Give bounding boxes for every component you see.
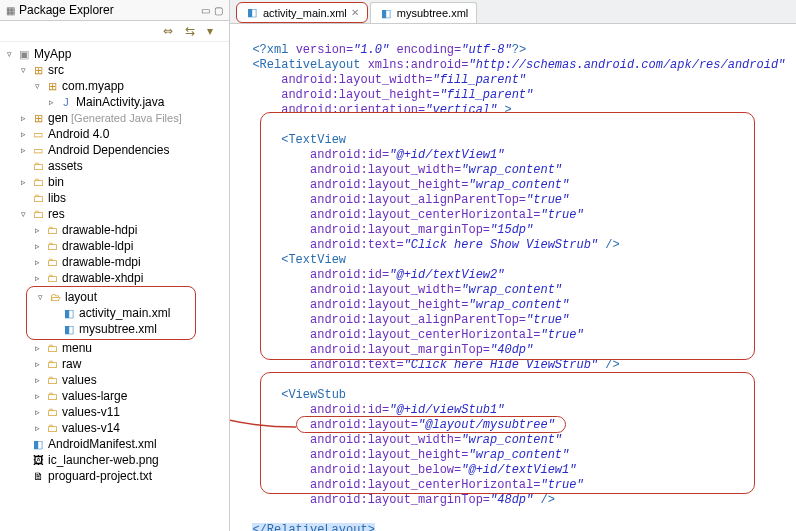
folder-icon: 🗁: [48, 291, 62, 303]
proguard-file[interactable]: proguard-project.txt: [48, 469, 152, 483]
android-deps[interactable]: Android Dependencies: [48, 143, 169, 157]
gen-folder[interactable]: gen: [48, 111, 68, 125]
folder-icon: 🗀: [45, 240, 59, 252]
android-lib[interactable]: Android 4.0: [48, 127, 109, 141]
lib-icon: ▭: [31, 128, 45, 140]
xml-file-icon: ◧: [62, 323, 76, 335]
folder-icon: 🗀: [45, 358, 59, 370]
drawable-xhdpi[interactable]: drawable-xhdpi: [62, 271, 143, 285]
folder-icon: 🗀: [45, 272, 59, 284]
package-explorer-title: Package Explorer: [19, 3, 114, 17]
project-tree[interactable]: ▿▣MyApp ▿⊞src ▿⊞com.myapp ▹JMainActivity…: [0, 42, 229, 531]
xml-file-icon: ◧: [62, 307, 76, 319]
layout-folder-highlight: ▿🗁layout ◧activity_main.xml ◧mysubtree.x…: [26, 286, 196, 340]
folder-icon: 🗀: [45, 342, 59, 354]
editor-area: ◧ activity_main.xml ✕ ◧ mysubtree.xml <?…: [230, 0, 796, 531]
folder-icon: 🗀: [45, 390, 59, 402]
tab-mysubtree[interactable]: ◧ mysubtree.xml: [370, 2, 478, 23]
project-icon: ▣: [17, 48, 31, 60]
values-v14[interactable]: values-v14: [62, 421, 120, 435]
deps-icon: ▭: [31, 144, 45, 156]
drawable-hdpi[interactable]: drawable-hdpi: [62, 223, 137, 237]
tab-label: mysubtree.xml: [397, 7, 469, 19]
src-folder-icon: ⊞: [31, 64, 45, 76]
folder-icon: 🗀: [31, 192, 45, 204]
mysubtree-xml[interactable]: mysubtree.xml: [79, 322, 157, 336]
package-explorer-toolbar: ⇔ ⇆ ▾: [0, 21, 229, 42]
folder-icon: 🗀: [31, 176, 45, 188]
collapse-all-icon[interactable]: ⇔: [163, 24, 177, 38]
folder-icon: 🗀: [31, 208, 45, 220]
folder-icon: 🗀: [31, 160, 45, 172]
maximize-icon[interactable]: ▢: [214, 5, 223, 16]
manifest-file[interactable]: AndroidManifest.xml: [48, 437, 157, 451]
link-editor-icon[interactable]: ⇆: [185, 24, 199, 38]
close-icon[interactable]: ✕: [351, 7, 359, 18]
values-folder[interactable]: values: [62, 373, 97, 387]
assets-folder[interactable]: assets: [48, 159, 83, 173]
gen-note: [Generated Java Files]: [71, 112, 182, 124]
drawable-mdpi[interactable]: drawable-mdpi: [62, 255, 141, 269]
values-v11[interactable]: values-v11: [62, 405, 120, 419]
libs-folder[interactable]: libs: [48, 191, 66, 205]
folder-icon: 🗀: [45, 374, 59, 386]
menu-folder[interactable]: menu: [62, 341, 92, 355]
layout-folder[interactable]: layout: [65, 290, 97, 304]
values-large[interactable]: values-large: [62, 389, 127, 403]
src-folder[interactable]: src: [48, 63, 64, 77]
project-name[interactable]: MyApp: [34, 47, 71, 61]
gen-folder-icon: ⊞: [31, 112, 45, 124]
xml-editor[interactable]: <?xml version="1.0" encoding="utf-8"?> <…: [230, 24, 796, 531]
activity-main-xml[interactable]: activity_main.xml: [79, 306, 170, 320]
package-icon: ⊞: [45, 80, 59, 92]
bin-folder[interactable]: bin: [48, 175, 64, 189]
folder-icon: 🗀: [45, 406, 59, 418]
package-explorer-panel: ▦ Package Explorer ▭ ▢ ⇔ ⇆ ▾ ▿▣MyApp ▿⊞s…: [0, 0, 230, 531]
package-name[interactable]: com.myapp: [62, 79, 124, 93]
folder-icon: 🗀: [45, 422, 59, 434]
package-explorer-header: ▦ Package Explorer ▭ ▢: [0, 0, 229, 21]
drawable-ldpi[interactable]: drawable-ldpi: [62, 239, 133, 253]
xml-file-icon: ◧: [245, 7, 259, 19]
folder-icon: 🗀: [45, 224, 59, 236]
java-file[interactable]: MainActivity.java: [76, 95, 164, 109]
ic-launcher[interactable]: ic_launcher-web.png: [48, 453, 159, 467]
res-folder[interactable]: res: [48, 207, 65, 221]
tab-label: activity_main.xml: [263, 7, 347, 19]
minimize-icon[interactable]: ▭: [201, 5, 210, 16]
java-file-icon: J: [59, 96, 73, 108]
image-file-icon: 🖼: [31, 454, 45, 466]
editor-tabs: ◧ activity_main.xml ✕ ◧ mysubtree.xml: [230, 0, 796, 24]
view-menu-icon[interactable]: ▾: [207, 24, 221, 38]
tab-activity-main[interactable]: ◧ activity_main.xml ✕: [236, 2, 368, 23]
folder-icon: 🗀: [45, 256, 59, 268]
xml-file-icon: ◧: [379, 7, 393, 19]
package-explorer-icon: ▦: [6, 5, 15, 16]
raw-folder[interactable]: raw: [62, 357, 81, 371]
xml-file-icon: ◧: [31, 438, 45, 450]
text-file-icon: 🗎: [31, 470, 45, 482]
